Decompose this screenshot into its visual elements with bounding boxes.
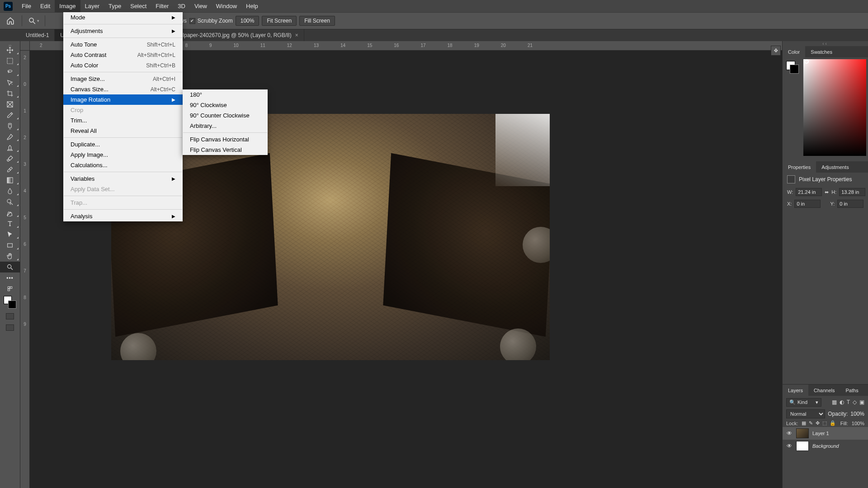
menu-item[interactable]: Duplicate... [63,139,183,150]
close-icon[interactable]: × [295,32,298,38]
dodge-tool[interactable] [0,197,20,207]
document-tab[interactable]: wallpaper-2402670.jpg @ 50% (Layer 0, RG… [169,29,304,41]
tab-channels[interactable]: Channels [808,385,840,396]
tab-layers[interactable]: Layers [783,385,808,396]
menu-help[interactable]: Help [241,0,263,12]
more-tools[interactable]: ••• [0,272,20,283]
filter-type-icon[interactable]: T [847,399,850,405]
menu-filter[interactable]: Filter [151,0,173,12]
frame-tool[interactable] [0,99,20,110]
menu-item[interactable]: Calculations... [63,160,183,170]
type-tool[interactable] [0,218,20,229]
menu-item[interactable]: Analysis▶ [63,211,183,221]
menu-item[interactable]: Image Size...Alt+Ctrl+I [63,74,183,84]
menu-item[interactable]: Variables▶ [63,174,183,184]
tab-adjustments[interactable]: Adjustments [816,161,854,173]
visibility-toggle-icon[interactable]: 👁 [786,430,793,436]
dock-handle[interactable]: ‹‹ [783,41,868,46]
menu-item[interactable]: Flip Canvas Vertical [183,145,268,155]
menu-edit[interactable]: Edit [36,0,55,12]
document-tab[interactable]: Untitled-1 [20,29,55,41]
screen-mode-toggle[interactable] [6,324,14,331]
menu-item[interactable]: Trim... [63,115,183,126]
menu-view[interactable]: View [190,0,212,12]
fill-screen-button[interactable]: Fill Screen [299,16,335,26]
pen-tool[interactable] [0,207,20,218]
lock-pixels-icon[interactable]: ✎ [809,420,813,426]
fit-screen-button[interactable]: Fit Screen [262,16,297,26]
menu-file[interactable]: File [17,0,36,12]
layer-item[interactable]: 👁 Layer 1 [783,427,868,440]
menu-layer[interactable]: Layer [80,0,104,12]
color-swatch[interactable] [786,61,799,74]
menu-item[interactable]: Auto ColorShift+Ctrl+B [63,60,183,70]
edit-toolbar[interactable] [0,283,20,294]
hand-tool[interactable] [0,251,20,262]
layer-filter-kind[interactable]: 🔍Kind▾ [786,398,821,407]
menu-item[interactable]: 90° Counter Clockwise [183,110,268,121]
filter-shape-icon[interactable]: ◇ [853,399,857,405]
link-icon[interactable]: ⬌ [825,188,829,196]
tab-properties[interactable]: Properties [783,161,816,173]
menu-item[interactable]: Flip Canvas Horizontal [183,134,268,145]
brush-tool[interactable] [0,131,20,142]
x-field[interactable] [794,200,821,208]
menu-window[interactable]: Window [212,0,241,12]
tab-swatches[interactable]: Swatches [805,46,838,57]
lock-position-icon[interactable]: ✥ [816,420,820,426]
menu-type[interactable]: Type [104,0,126,12]
blend-mode-select[interactable]: Normal [786,409,825,418]
foreground-background-swatch[interactable] [4,296,16,309]
tab-paths[interactable]: Paths [840,385,864,396]
zoom-100-button[interactable]: 100% [236,16,259,26]
path-select-tool[interactable] [0,229,20,240]
lasso-tool[interactable] [0,66,20,77]
menu-item[interactable]: 180° [183,89,268,100]
marquee-tool[interactable] [0,56,20,66]
rectangle-tool[interactable] [0,240,20,251]
filter-smart-icon[interactable]: ▣ [859,399,864,405]
eraser-tool[interactable] [0,164,20,175]
crop-tool[interactable] [0,88,20,99]
zoom-tool[interactable] [0,262,20,272]
clone-stamp-tool[interactable] [0,142,20,153]
blur-tool[interactable] [0,186,20,197]
menu-item[interactable]: 90° Clockwise [183,100,268,110]
gradient-tool[interactable] [0,175,20,186]
visibility-toggle-icon[interactable]: 👁 [786,443,793,449]
lock-transparent-icon[interactable]: ▦ [802,420,806,426]
menu-item[interactable]: Adjustments▶ [63,26,183,36]
menu-item[interactable]: Image Rotation▶ [63,94,183,105]
width-field[interactable] [796,188,822,196]
menu-item[interactable]: Apply Image... [63,150,183,160]
color-picker[interactable] [803,59,866,156]
healing-brush-tool[interactable] [0,121,20,131]
menu-item[interactable]: Mode▶ [63,12,183,23]
eyedropper-tool[interactable] [0,110,20,121]
menu-item[interactable]: Reveal All [63,126,183,136]
quick-mask-toggle[interactable] [6,313,14,319]
menu-item[interactable]: Auto ToneShift+Ctrl+L [63,39,183,50]
tab-color[interactable]: Color [783,46,805,57]
menu-item[interactable]: Auto ContrastAlt+Shift+Ctrl+L [63,50,183,60]
home-icon[interactable] [4,14,17,28]
menu-select[interactable]: Select [126,0,151,12]
menu-3d[interactable]: 3D [173,0,190,12]
y-field[interactable] [837,200,863,208]
scrubby-zoom-checkbox[interactable]: Scrubby Zoom [189,18,233,24]
menu-item[interactable]: Canvas Size...Alt+Ctrl+C [63,84,183,94]
history-brush-tool[interactable] [0,153,20,164]
fill-value[interactable]: 100% [852,421,864,426]
height-field[interactable] [839,188,865,196]
collapse-dock-button[interactable]: ❖ [771,46,781,56]
lock-artboard-icon[interactable]: ⬚ [822,420,827,426]
menu-image[interactable]: Image [55,0,80,12]
lock-all-icon[interactable]: 🔒 [830,420,836,426]
filter-pixel-icon[interactable]: ▦ [832,399,837,405]
zoom-tool-icon[interactable]: ▾ [27,14,40,28]
quick-select-tool[interactable] [0,77,20,88]
menu-item[interactable]: Arbitrary... [183,121,268,131]
filter-adjust-icon[interactable]: ◐ [840,399,844,405]
move-tool[interactable] [0,45,20,56]
opacity-value[interactable]: 100% [850,411,864,417]
